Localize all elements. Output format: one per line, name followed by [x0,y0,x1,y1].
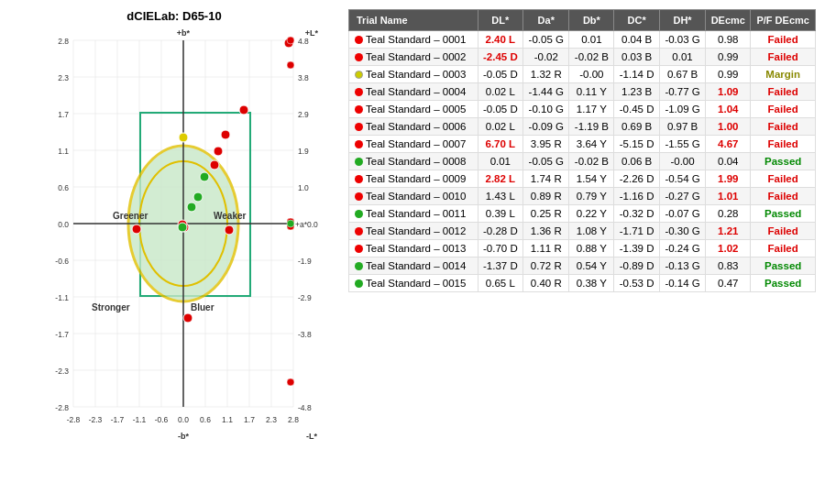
dl-val: -0.05 D [478,101,523,118]
svg-point-33 [132,225,141,234]
table-row: Teal Standard – 0005 -0.05 D -0.10 G 1.1… [349,101,816,118]
de-val: 1.00 [706,118,751,136]
svg-point-39 [221,130,230,139]
status-dot [355,279,363,288]
table-row: Teal Standard – 0002 -2.45 D -0.02 -0.02… [349,49,816,66]
svg-text:-1.1: -1.1 [133,415,147,424]
status-dot [355,71,363,79]
status-dot [355,105,363,114]
svg-text:1.0: 1.0 [298,183,309,192]
da-val: 0.89 R [523,188,569,205]
db-val: 0.88 Y [569,240,614,257]
dh-val: -0.77 G [659,83,705,101]
svg-point-86 [287,220,294,227]
de-val: 1.01 [706,188,751,205]
label-stronger: Stronger [92,302,130,312]
trial-name: Teal Standard – 0011 [349,205,478,223]
dl-val: -0.28 D [478,223,523,240]
de-val: 1.09 [706,83,751,101]
dl-val: 1.43 L [478,188,523,205]
status-dot [355,175,363,183]
db-val: -0.00 [569,66,614,83]
status-dot [355,123,363,131]
db-val: -1.19 B [569,118,614,136]
pf-val: Failed [751,49,816,66]
pf-val: Failed [751,83,816,101]
svg-point-80 [287,378,294,386]
svg-point-40 [214,147,223,156]
svg-text:0.6: 0.6 [200,415,211,424]
col-header-de: DEcmc [706,10,751,31]
dh-val: -0.27 G [659,188,705,205]
chart-title: dCIELab: D65-10 [126,9,221,23]
svg-text:-2.3: -2.3 [55,367,69,376]
da-val: -0.10 G [523,101,569,118]
table-row: Teal Standard – 0011 0.39 L 0.25 R 0.22 … [349,205,816,223]
dh-val: 0.01 [659,49,705,66]
trial-name: Teal Standard – 0007 [349,136,478,153]
svg-text:-4.8: -4.8 [298,403,312,412]
table-area: Trial Name DL* Da* Db* DC* DH* DEcmc P/F… [348,9,816,495]
pf-val: Passed [751,275,816,292]
status-dot [355,227,363,236]
db-val: 0.79 Y [569,188,614,205]
de-val: 0.83 [706,257,751,275]
de-val: 0.04 [706,153,751,170]
dh-val: -0.03 G [659,31,705,49]
pf-val: Passed [751,257,816,275]
trial-name: Teal Standard – 0004 [349,83,478,101]
da-val: 3.95 R [523,136,569,153]
trial-name: Teal Standard – 0012 [349,223,478,240]
table-row: Teal Standard – 0004 0.02 L -1.44 G 0.11… [349,83,816,101]
trial-name: Teal Standard – 0009 [349,170,478,188]
svg-text:-L*: -L* [306,432,317,441]
db-val: 1.54 Y [569,170,614,188]
de-val: 4.67 [706,136,751,153]
dc-val: -2.26 D [614,170,660,188]
svg-text:2.8: 2.8 [58,37,69,46]
db-val: 0.11 Y [569,83,614,101]
dl-val: -0.05 D [478,66,523,83]
trial-name: Teal Standard – 0013 [349,240,478,257]
svg-text:3.8: 3.8 [298,73,309,82]
de-val: 0.98 [706,31,751,49]
da-val: 0.72 R [523,257,569,275]
de-val: 1.21 [706,223,751,240]
dl-val: 2.40 L [478,31,523,49]
dl-val: -0.70 D [478,240,523,257]
label-bluer: Bluer [191,302,214,312]
svg-text:-0.6: -0.6 [155,415,169,424]
chart-wrap: Greener Weaker Stronger Bluer [23,27,325,448]
trial-name: Teal Standard – 0014 [349,257,478,275]
db-val: -0.02 B [569,49,614,66]
svg-text:-1.9: -1.9 [298,257,312,266]
svg-point-85 [287,37,294,44]
dl-val: 0.02 L [478,118,523,136]
trial-name: Teal Standard – 0002 [349,49,478,66]
table-row: Teal Standard – 0012 -0.28 D 1.36 R 1.08… [349,223,816,240]
svg-text:-0.6: -0.6 [55,257,69,266]
pf-val: Failed [751,170,816,188]
da-val: -0.05 G [523,153,569,170]
de-val: 0.99 [706,66,751,83]
dl-val: 0.02 L [478,83,523,101]
db-val: 0.01 [569,31,614,49]
da-val: -1.44 G [523,83,569,101]
table-row: Teal Standard – 0001 2.40 L -0.05 G 0.01… [349,31,816,49]
da-val: -0.02 [523,49,569,66]
pf-val: Passed [751,153,816,170]
dc-val: -0.32 D [614,205,660,223]
status-dot [355,245,363,253]
table-row: Teal Standard – 0015 0.65 L 0.40 R 0.38 … [349,275,816,292]
table-row: Teal Standard – 0008 0.01 -0.05 G -0.02 … [349,153,816,170]
dc-val: -0.45 D [614,101,660,118]
dl-val: 6.70 L [478,136,523,153]
da-val: 1.74 R [523,170,569,188]
svg-point-79 [287,61,294,69]
svg-text:0.0: 0.0 [58,220,69,229]
db-val: 0.38 Y [569,275,614,292]
svg-point-35 [178,223,187,232]
col-header-dl: DL* [478,10,523,31]
svg-text:1.1: 1.1 [222,415,233,424]
dc-val: 0.03 B [614,49,660,66]
